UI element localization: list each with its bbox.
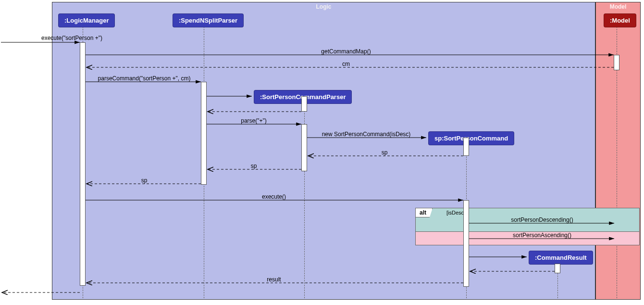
participant-spendnsplitparser: :SpendNSplitParser	[173, 13, 244, 27]
msg-sp-1: sp	[381, 149, 389, 156]
activation-commandresult	[555, 264, 560, 273]
activation-model	[614, 55, 619, 70]
msg-execute-sortperson: execute("sortPerson +")	[40, 35, 103, 41]
participant-spendnsplitparser-label: :SpendNSplitParser	[179, 17, 237, 24]
msg-execute: execute()	[261, 193, 287, 200]
activation-sortpersoncommand-1	[463, 138, 469, 156]
alt-fragment: alt [isDesc]	[415, 208, 640, 245]
msg-parse: parse("+")	[240, 117, 268, 124]
msg-cm: cm	[341, 61, 351, 67]
activation-sortpersonparser-2	[301, 124, 307, 171]
activation-spendnsplitparser	[201, 82, 207, 185]
participant-sortpersoncommand-label: sp:SortPersonCommand	[434, 135, 508, 142]
participant-logicmanager-label: :LogicManager	[64, 17, 109, 24]
alt-guard: [isDesc]	[446, 210, 465, 216]
container-logic: Logic	[52, 2, 595, 300]
activation-sortpersonparser-1	[301, 96, 307, 112]
container-logic-title: Logic	[52, 2, 595, 11]
msg-sp-3: sp	[140, 177, 149, 184]
msg-sortpersonascending: sortPersonAscending()	[512, 232, 572, 239]
msg-parsecommand: parseCommand("sortPerson +", cm)	[97, 75, 192, 82]
activation-logicmanager	[80, 42, 86, 286]
participant-sortpersoncommand: sp:SortPersonCommand	[428, 131, 514, 145]
msg-result: result	[266, 276, 282, 283]
participant-commandresult: :CommandResult	[529, 251, 593, 265]
msg-getcommandmap: getCommandMap()	[320, 48, 372, 55]
participant-logicmanager: :LogicManager	[58, 13, 115, 27]
participant-model-label: :Model	[610, 17, 630, 24]
msg-new-sortpersoncommand: new SortPersonCommand(isDesc)	[321, 131, 412, 138]
activation-sortpersoncommand-2-overlay	[463, 200, 469, 287]
msg-sp-2: sp	[250, 163, 258, 169]
container-model: Model	[595, 2, 641, 300]
participant-model: :Model	[604, 13, 636, 27]
msg-sortpersondescending: sortPersonDescending()	[510, 216, 574, 223]
participant-commandresult-label: :CommandResult	[535, 254, 587, 261]
container-model-title: Model	[596, 2, 640, 11]
sequence-diagram: Logic Model :LogicManager :SpendNSplitPa…	[0, 0, 644, 305]
